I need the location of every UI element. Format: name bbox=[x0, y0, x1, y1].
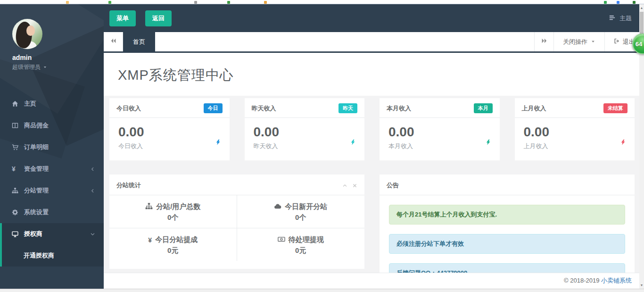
scrollbar-up-arrow[interactable]: ▲ bbox=[639, 4, 644, 11]
browser-icon-fragment bbox=[194, 1, 197, 4]
close-icon[interactable] bbox=[352, 183, 357, 188]
stat-cell-value: 0个 bbox=[242, 213, 360, 222]
stat-cell-value: 0元 bbox=[242, 246, 360, 255]
back-button[interactable]: 返回 bbox=[145, 10, 172, 26]
browser-icon-fragment bbox=[633, 1, 636, 4]
sitemap-icon bbox=[12, 187, 20, 194]
scrollbar-down-arrow[interactable]: ▼ bbox=[639, 282, 644, 289]
main-area: 菜单 返回 主题 首页 关闭操作 bbox=[104, 4, 644, 289]
stat-card-title: 上月收入 bbox=[522, 104, 546, 113]
menu-button[interactable]: 菜单 bbox=[109, 10, 136, 26]
browser-icon-fragment bbox=[604, 1, 607, 4]
tabbar-spacer bbox=[155, 32, 534, 51]
stat-cell: 待处理提现 0元 bbox=[237, 228, 365, 261]
sidebar-item[interactable]: 系统设置 bbox=[0, 201, 104, 223]
money-icon bbox=[278, 235, 285, 244]
tab-home[interactable]: 首页 bbox=[123, 32, 155, 51]
brand-link[interactable]: 小卖铺系统 bbox=[601, 277, 632, 284]
stat-cell-label: 今日分站提成 bbox=[155, 235, 198, 244]
sidebar-item-label: 资金管理 bbox=[24, 165, 90, 173]
content: 今日收入 今日 0.00 今日收入 昨天收入 bbox=[104, 96, 644, 273]
role-label: 超级管理员 bbox=[12, 63, 41, 71]
stat-card: 今日收入 今日 0.00 今日收入 bbox=[109, 98, 230, 160]
avatar[interactable] bbox=[12, 19, 42, 49]
sidebar-item-label: 商品佣金 bbox=[24, 121, 95, 130]
substation-stats-panel: 分站统计 bbox=[109, 175, 364, 269]
sidebar-subitem-label: 开通授权商 bbox=[24, 252, 54, 259]
sidebar-item[interactable]: 商品佣金 bbox=[0, 115, 104, 136]
browser-top-strip bbox=[0, 0, 644, 4]
announcements-panel: 公告 每个月21号结算上个月收入到支付宝. 必须注册分站下单才有效 bbox=[380, 175, 635, 273]
browser-icon-fragment bbox=[66, 1, 69, 4]
stat-card-title: 今日收入 bbox=[116, 104, 141, 113]
sidebar-item[interactable]: 订单明细 bbox=[0, 136, 104, 158]
theme-button[interactable]: 主题 bbox=[609, 14, 632, 23]
sidebar-item[interactable]: 主页 bbox=[0, 93, 104, 115]
announcement-list: 每个月21号结算上个月收入到支付宝. 必须注册分站下单才有效 反馈问题QQ：44… bbox=[380, 195, 635, 273]
stat-card-value: 0.00 bbox=[254, 125, 358, 140]
collapse-icon[interactable] bbox=[342, 183, 347, 188]
panels-row: 分站统计 bbox=[109, 175, 635, 273]
desktop-icon bbox=[12, 231, 20, 237]
sidebar-item-label: 系统设置 bbox=[24, 208, 95, 217]
browser-icon-fragment bbox=[617, 1, 619, 4]
theme-label: 主题 bbox=[619, 14, 632, 23]
page-heading: XMP系统管理中心 bbox=[104, 53, 644, 96]
copyright: © 2018-2019 bbox=[564, 277, 599, 284]
close-operations-label: 关闭操作 bbox=[563, 38, 587, 46]
sidebar-nav: 主页 商品佣金 订单明细 bbox=[0, 93, 104, 245]
chevron-left-icon bbox=[90, 188, 95, 193]
tabs-scroll-left-button[interactable] bbox=[104, 32, 123, 51]
stat-card: 上月收入 未结算 0.00 上月收入 bbox=[515, 98, 635, 160]
tabs-scroll-right-button[interactable] bbox=[534, 32, 553, 51]
announcement-text: 必须注册分站下单才有效 bbox=[396, 240, 464, 247]
stat-cell-value: 0个 bbox=[114, 213, 232, 222]
stat-card-value: 0.00 bbox=[388, 125, 493, 140]
sidebar-item[interactable]: 授权商 bbox=[0, 223, 104, 245]
bolt-icon bbox=[350, 139, 356, 148]
stat-cell: 分站/用户总数 0个 bbox=[109, 195, 237, 228]
columns-icon bbox=[12, 122, 20, 129]
announcement: 反馈问题QQ：442779909 bbox=[389, 263, 625, 273]
sidebar-item-label: 主页 bbox=[24, 100, 95, 108]
sidebar-item[interactable]: 分站管理 bbox=[0, 180, 104, 201]
announcement-text: 每个月21号结算上个月收入到支付宝. bbox=[396, 211, 497, 218]
double-right-icon bbox=[541, 37, 548, 46]
panel-title: 分站统计 bbox=[116, 181, 141, 190]
stat-card-label: 上月收入 bbox=[524, 142, 628, 150]
stats-grid: 分站/用户总数 0个 今日新开分站 bbox=[109, 195, 364, 261]
stat-card-value: 0.00 bbox=[118, 125, 223, 140]
stat-cell-label: 分站/用户总数 bbox=[156, 202, 200, 211]
status-badge: 本月 bbox=[474, 103, 493, 113]
announcement: 必须注册分站下单才有效 bbox=[389, 234, 625, 254]
stat-cell-label: 今日新开分站 bbox=[285, 202, 327, 211]
stat-cell: ¥ 今日分站提成 0元 bbox=[109, 228, 237, 261]
footer: © 2018-2019 小卖铺系统 bbox=[104, 273, 644, 289]
bolt-icon bbox=[620, 139, 626, 148]
sidebar-subitem[interactable]: 开通授权商 bbox=[2, 245, 104, 267]
sidebar-item-label: 分站管理 bbox=[24, 186, 90, 195]
stat-card-title: 本月收入 bbox=[387, 104, 411, 113]
chevron-left-icon bbox=[90, 167, 95, 172]
stat-cell-label: 待处理提现 bbox=[289, 235, 324, 244]
bolt-icon bbox=[215, 139, 221, 148]
browser-icon-fragment bbox=[227, 1, 230, 4]
close-operations-dropdown[interactable]: 关闭操作 bbox=[553, 32, 604, 51]
screen: admin 超级管理员 主页 商品佣金 bbox=[0, 0, 644, 292]
topbar: 菜单 返回 主题 bbox=[104, 4, 644, 32]
stat-card-label: 昨天收入 bbox=[254, 142, 358, 150]
caret-down-icon bbox=[43, 64, 47, 71]
announcement: 每个月21号结算上个月收入到支付宝. bbox=[389, 205, 625, 225]
role-dropdown[interactable]: 超级管理员 bbox=[12, 63, 104, 71]
double-left-icon bbox=[110, 37, 117, 46]
sidebar-item[interactable]: ¥ 资金管理 bbox=[0, 158, 104, 180]
page-title: XMP系统管理中心 bbox=[104, 53, 644, 85]
stat-card-label: 今日收入 bbox=[118, 142, 223, 150]
status-badge: 昨天 bbox=[339, 103, 357, 113]
stat-card-value: 0.00 bbox=[524, 125, 628, 140]
avatar-art bbox=[26, 25, 35, 36]
tabbar: 首页 关闭操作 退出 bbox=[104, 32, 644, 53]
caret-down-icon bbox=[591, 38, 595, 45]
browser-icon-fragment bbox=[108, 1, 111, 4]
browser-bottom-strip bbox=[0, 289, 644, 292]
